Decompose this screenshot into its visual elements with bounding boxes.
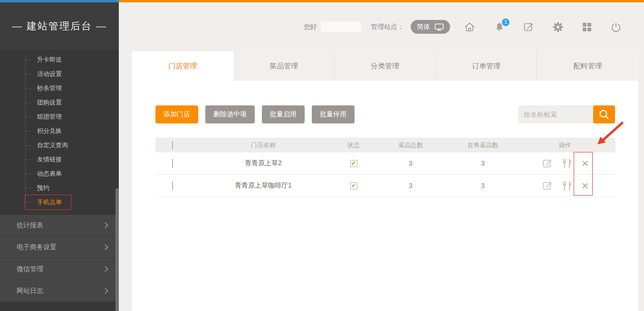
search-button[interactable]: [593, 105, 615, 123]
delete-row-icon[interactable]: ✕: [581, 159, 589, 168]
table-row: 青青原上草2 ✔ 3 3 ✕: [155, 152, 615, 175]
sidebar-item-group-manage[interactable]: 组团管理: [0, 110, 119, 124]
power-icon[interactable]: [610, 21, 622, 33]
edit-icon[interactable]: [541, 158, 553, 170]
tab-order-management[interactable]: 订单管理: [436, 51, 537, 81]
redacted-username: [321, 22, 361, 32]
status-checkbox-checked[interactable]: ✔: [350, 160, 357, 167]
sidebar-item-activity-settings[interactable]: 活动设置: [0, 67, 119, 81]
top-header: 您好 管理站点： 简体 1: [119, 2, 644, 51]
cutlery-icon[interactable]: [561, 157, 574, 170]
sidebar-item-mobile-ordering[interactable]: 手机点单: [0, 195, 119, 209]
admin-screen: — 建站管理后台 — 升卡即送 活动设置 秒杀管理 团购设置 组团管理 积分兑换…: [0, 0, 644, 311]
header-icons: 1: [463, 21, 622, 33]
sidebar: — 建站管理后台 — 升卡即送 活动设置 秒杀管理 团购设置 组团管理 积分兑换…: [0, 2, 119, 311]
tab-store-management[interactable]: 门店管理: [132, 51, 233, 81]
greeting-text: 您好: [304, 23, 317, 31]
grid-icon[interactable]: [581, 21, 593, 33]
total-dishes-value: 3: [370, 182, 451, 189]
row-actions: ✕: [515, 157, 615, 170]
site-label: 管理站点：: [371, 23, 404, 31]
row-checkbox[interactable]: [172, 181, 173, 190]
sidebar-group-wechat[interactable]: 微信管理: [0, 258, 119, 280]
delete-row-icon[interactable]: ✕: [581, 181, 589, 190]
app-title: — 建站管理后台 —: [0, 2, 119, 50]
total-dishes-value: 3: [370, 160, 451, 167]
sidebar-item-dynamic-forms[interactable]: 动态表单: [0, 167, 119, 181]
sidebar-item-friend-links[interactable]: 友情链接: [0, 152, 119, 167]
store-name: 青青原上草2: [190, 159, 337, 168]
monitor-icon: [434, 23, 444, 31]
sidebar-group-statistics[interactable]: 统计报表: [0, 215, 119, 236]
sidebar-item-group-buy[interactable]: 团购设置: [0, 95, 119, 110]
col-header-actions: 操作: [515, 141, 615, 150]
batch-disable-button[interactable]: 批量停用: [312, 105, 355, 123]
home-icon[interactable]: [463, 21, 476, 33]
language-pill[interactable]: 简体: [411, 20, 450, 34]
row-checkbox[interactable]: [172, 159, 173, 168]
status-checkbox-checked[interactable]: ✔: [350, 182, 357, 189]
sidebar-item-flash-sale[interactable]: 秒杀管理: [0, 81, 119, 95]
content-panel: 门店管理 菜品管理 分类管理 订单管理 配料管理 添加门店 删除选中项 批量启用…: [132, 51, 638, 311]
col-header-total-dishes: 菜品总数: [370, 141, 451, 150]
sidebar-submenu: 升卡即送 活动设置 秒杀管理 团购设置 组团管理 积分兑换 自定义查询 友情链接…: [0, 50, 119, 214]
select-all-checkbox[interactable]: [172, 141, 173, 149]
tab-ingredient-management[interactable]: 配料管理: [537, 51, 638, 81]
on-sale-dishes-value: 3: [451, 182, 515, 189]
chevron-right-icon: [102, 266, 108, 272]
row-actions: ✕: [515, 179, 615, 192]
add-store-button[interactable]: 添加门店: [155, 105, 198, 123]
delete-selected-button[interactable]: 删除选中项: [205, 105, 255, 123]
table-header-row: 门店名称 状态 菜品总数 在售菜品数 操作: [155, 138, 615, 152]
on-sale-dishes-value: 3: [451, 160, 515, 167]
gear-icon[interactable]: [552, 21, 564, 33]
chevron-right-icon: [102, 244, 108, 250]
tree-line: [25, 56, 26, 202]
sidebar-group-ecommerce[interactable]: 电子商务设置: [0, 236, 119, 258]
cutlery-icon[interactable]: [561, 179, 574, 192]
tab-dish-management[interactable]: 菜品管理: [233, 51, 335, 81]
search-input[interactable]: [518, 105, 593, 123]
store-name: 青青原上草咖啡厅1: [190, 181, 337, 190]
col-header-on-sale-dishes: 在售菜品数: [451, 141, 515, 150]
tab-category-management[interactable]: 分类管理: [335, 51, 436, 81]
sidebar-item-points-exchange[interactable]: 积分兑换: [0, 124, 119, 138]
chevron-right-icon: [102, 288, 108, 294]
search-icon: [598, 108, 610, 121]
sidebar-group-site-logs[interactable]: 网站日志: [0, 280, 119, 302]
batch-enable-button[interactable]: 批量启用: [262, 105, 305, 123]
notification-badge: 1: [502, 19, 509, 26]
sidebar-scrollbar[interactable]: [115, 188, 119, 311]
sidebar-item-card-gift[interactable]: 升卡即送: [0, 53, 119, 67]
edit-icon[interactable]: [541, 180, 553, 192]
tab-bar: 门店管理 菜品管理 分类管理 订单管理 配料管理: [132, 51, 638, 81]
col-header-status: 状态: [337, 141, 370, 150]
sidebar-groups: 统计报表 电子商务设置 微信管理 网站日志: [0, 214, 119, 302]
sidebar-item-custom-query[interactable]: 自定义查询: [0, 138, 119, 152]
bell-icon[interactable]: 1: [493, 21, 505, 33]
toolbar: 添加门店 删除选中项 批量启用 批量停用: [155, 105, 615, 123]
col-header-store-name: 门店名称: [190, 141, 337, 150]
search-box: [518, 105, 615, 123]
chevron-right-icon: [102, 222, 108, 228]
sidebar-item-reservation[interactable]: 预约: [0, 181, 119, 195]
table-row: 青青原上草咖啡厅1 ✔ 3 3 ✕: [155, 175, 615, 197]
compose-icon[interactable]: [522, 21, 535, 33]
store-table: 门店名称 状态 菜品总数 在售菜品数 操作 青青原上草2 ✔ 3 3: [155, 138, 615, 197]
